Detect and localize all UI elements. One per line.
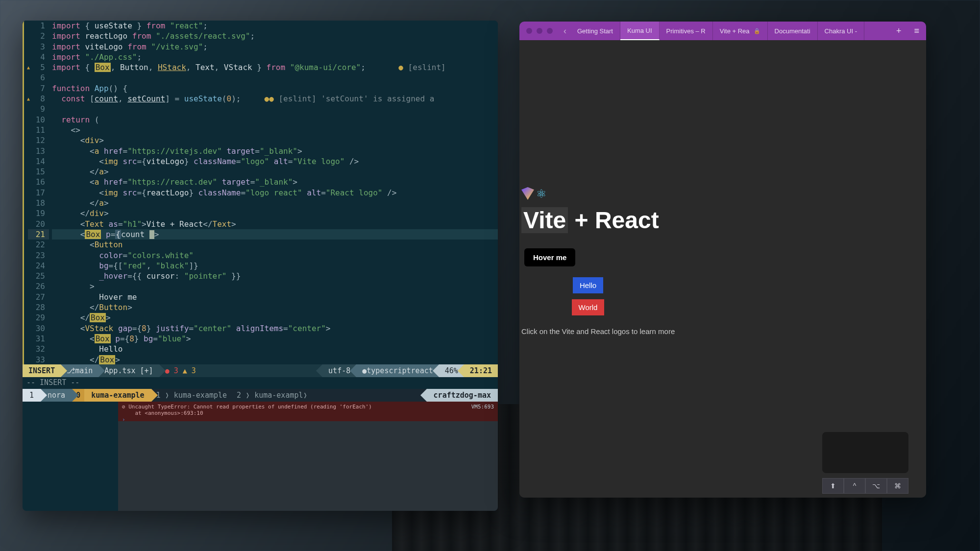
code-line[interactable]	[52, 72, 498, 83]
line-gutter: 1234567891011121314151617181920212223242…	[23, 21, 49, 364]
line-number: 27	[28, 292, 49, 302]
line-number: 17	[28, 188, 49, 198]
code-line[interactable]: function App() {	[52, 83, 498, 94]
tmux-active-tab[interactable]: kuma-example	[84, 389, 151, 402]
code-line[interactable]: <>	[52, 125, 498, 135]
code-line[interactable]: </Box>	[52, 312, 498, 323]
code-body[interactable]: import { useState } from "react";import …	[49, 21, 498, 364]
line-number: 31	[28, 334, 49, 344]
floating-preview-box	[822, 432, 908, 473]
code-line[interactable]: bg={["red", "black"]}	[52, 261, 498, 271]
toolbar-key-icon[interactable]: ⬆	[822, 478, 844, 494]
toolbar-key-icon[interactable]: ⌥	[865, 478, 887, 494]
code-line[interactable]: <a href="https://vitejs.dev" target="_bl…	[52, 146, 498, 156]
browser-viewport[interactable]: Vite + React Hover me HelloWorld Click o…	[519, 40, 926, 498]
code-line[interactable]: import { Box, Button, HStack, Text, VSta…	[52, 62, 498, 72]
code-line[interactable]: </div>	[52, 208, 498, 218]
line-number: 2	[28, 31, 49, 41]
code-line[interactable]: import reactLogo from "./assets/react.sv…	[52, 31, 498, 41]
toolbar-key-icon[interactable]: ^	[844, 478, 865, 494]
lock-icon: 🔒	[754, 28, 760, 34]
code-line[interactable]: color="colors.white"	[52, 250, 498, 261]
browser-tab[interactable]: Getting Start	[570, 22, 620, 40]
code-line[interactable]: Hello	[52, 344, 498, 354]
code-line[interactable]: <Button	[52, 240, 498, 250]
code-line[interactable]: </Button>	[52, 302, 498, 312]
code-line[interactable]: <Text as="h1">Vite + React</Text>	[52, 219, 498, 229]
logo-row	[521, 187, 549, 200]
code-line[interactable]: <div>	[52, 135, 498, 145]
browser-tab[interactable]: Vite + Rea🔒	[713, 22, 768, 40]
line-number: 3	[28, 42, 49, 52]
code-area[interactable]: 1234567891011121314151617181920212223242…	[23, 21, 498, 364]
code-line[interactable]	[52, 104, 498, 114]
hover-me-button[interactable]: Hover me	[524, 248, 575, 266]
line-number: 29	[28, 312, 49, 323]
tmux-tab[interactable]: 2 ❭ kuma-exampl❭	[232, 391, 313, 400]
line-number: 9	[28, 104, 49, 114]
line-number: 20	[28, 219, 49, 229]
vite-logo-icon[interactable]	[521, 187, 534, 200]
error-location: VM5:693	[471, 404, 494, 410]
status-diagnostics: ● 3 ▲ 3	[159, 364, 202, 377]
browser-tab[interactable]: Primitives – R	[660, 22, 713, 40]
stack-item: World	[572, 299, 605, 315]
browser-window: ‹ Getting StartKuma UIPrimitives – RVite…	[519, 22, 926, 498]
vstack: HelloWorld	[519, 277, 657, 315]
code-line[interactable]: import "./App.css";	[52, 52, 498, 62]
line-number: 30	[28, 323, 49, 334]
code-line[interactable]: </a>	[52, 167, 498, 177]
code-line[interactable]: <img src={viteLogo} className="logo" alt…	[52, 156, 498, 167]
code-line[interactable]: import { useState } from "react";	[52, 21, 498, 31]
browser-tabs: Getting StartKuma UIPrimitives – RVite +…	[570, 22, 890, 40]
code-line[interactable]: <Box p={count >	[52, 229, 498, 240]
line-number: 1	[28, 21, 49, 31]
react-logo-icon[interactable]	[536, 187, 549, 200]
line-number: 15	[28, 167, 49, 177]
line-number: 14	[28, 156, 49, 167]
browser-tab[interactable]: Kuma UI	[620, 22, 660, 40]
console-area[interactable]	[118, 421, 498, 511]
code-line[interactable]: <Box p={8} bg="blue">	[52, 334, 498, 344]
line-number: 24	[28, 261, 49, 271]
code-line[interactable]: import viteLogo from "/vite.svg";	[52, 42, 498, 52]
line-number: 4	[28, 52, 49, 62]
console-error: VM5:693 ⊘ Uncaught TypeError: Cannot rea…	[118, 402, 498, 421]
code-line[interactable]: <img src={reactLogo} className="logo rea…	[52, 188, 498, 198]
line-number: 23	[28, 250, 49, 261]
browser-menu-button[interactable]: ≡	[907, 26, 926, 36]
code-line[interactable]: const [count, setCount] = useState(0); ●…	[52, 94, 498, 104]
code-line[interactable]: <VStack gap={8} justify="center" alignIt…	[52, 323, 498, 334]
footer-text: Click on the Vite and React logos to lea…	[521, 327, 926, 335]
code-line[interactable]: </Box>	[52, 355, 498, 365]
browser-tab[interactable]: Chakra UI -	[818, 22, 864, 40]
line-number: 25	[28, 271, 49, 281]
tmux-session[interactable]: 1	[23, 389, 41, 402]
code-line[interactable]: Hover me	[52, 292, 498, 302]
bottom-toolbar: ⬆^⌥⌘	[822, 478, 908, 494]
code-line[interactable]: </a>	[52, 198, 498, 208]
line-number: 13	[28, 146, 49, 156]
window-controls[interactable]	[519, 28, 560, 34]
editor-window: ⋮ » ◫ 1234567891011121314151617181920212…	[23, 21, 498, 511]
line-number: 11	[28, 125, 49, 135]
new-tab-button[interactable]: +	[890, 26, 907, 36]
line-number: 16	[28, 177, 49, 187]
browser-tab[interactable]: Documentati	[768, 22, 818, 40]
error-stack: at <anonymous>:693:10	[135, 410, 203, 416]
tmux-tab[interactable]: 1 ❭ kuma-example	[151, 391, 232, 400]
line-number: 6	[28, 72, 49, 83]
code-line[interactable]: >	[52, 281, 498, 291]
code-line[interactable]: return (	[52, 115, 498, 125]
page-title: Vite + React	[521, 207, 926, 234]
tmux-right: craftzdog-max	[427, 389, 498, 402]
vim-mode-line: -- INSERT --	[23, 377, 83, 388]
back-button[interactable]: ‹	[560, 26, 570, 36]
toolbar-key-icon[interactable]: ⌘	[887, 478, 908, 494]
line-number: 18	[28, 198, 49, 208]
tmux-bar: 1 nora 0 kuma-example 1 ❭ kuma-example 2…	[23, 389, 498, 402]
line-number: 5	[28, 62, 49, 72]
code-line[interactable]: _hover={{ cursor: "pointer" }}	[52, 271, 498, 281]
line-number: 26	[28, 281, 49, 291]
code-line[interactable]: <a href="https://react.dev" target="_bla…	[52, 177, 498, 187]
